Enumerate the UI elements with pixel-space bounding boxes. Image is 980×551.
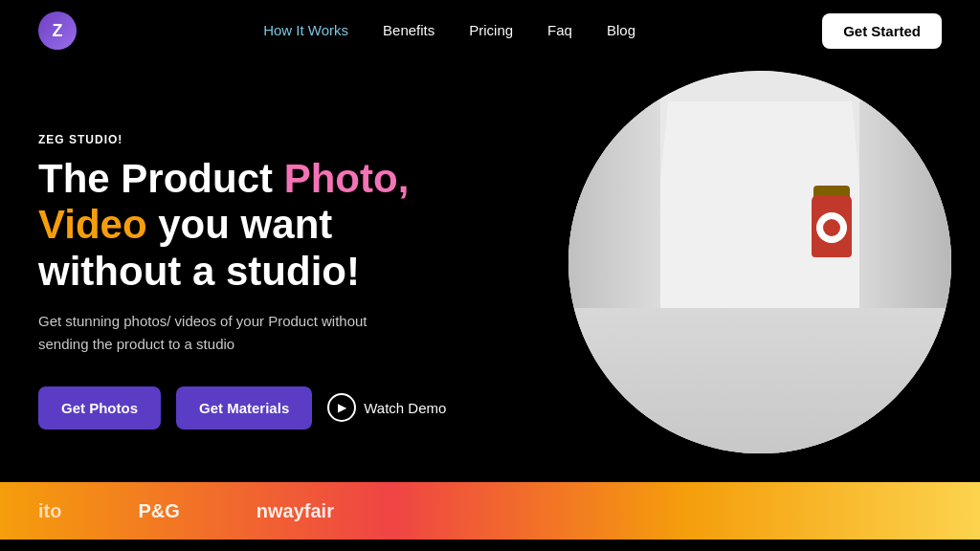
nav-link-faq[interactable]: Faq (547, 22, 572, 38)
product-label-inner (823, 219, 840, 236)
studio-room (568, 71, 951, 453)
nav-link-blog[interactable]: Blog (607, 22, 635, 38)
studio-circle (568, 71, 951, 453)
right-wall (859, 101, 951, 339)
nav-link-benefits[interactable]: Benefits (383, 22, 434, 38)
nav-item-how-it-works[interactable]: How It Works (263, 22, 348, 39)
nav-item-benefits[interactable]: Benefits (383, 22, 434, 39)
brand-2: P&G (138, 500, 179, 522)
get-materials-button[interactable]: Get Materials (176, 386, 312, 430)
nav-links: How It Works Benefits Pricing Faq Blog (263, 22, 635, 39)
navbar: Z How It Works Benefits Pricing Faq Blog… (0, 0, 980, 61)
headline-part1: The Product (38, 156, 284, 201)
brand-strip: ito P&G nwayfair (0, 482, 980, 540)
nav-item-pricing[interactable]: Pricing (469, 22, 513, 39)
headline-part4: without a studio! (38, 249, 360, 294)
nav-item-blog[interactable]: Blog (607, 22, 635, 39)
product-body (812, 195, 852, 257)
studio-floor (568, 308, 951, 453)
nav-item-faq[interactable]: Faq (547, 22, 572, 39)
watch-demo-label: Watch Demo (364, 400, 446, 416)
logo[interactable]: Z (38, 11, 77, 50)
cta-row: Get Photos Get Materials ▶ Watch Demo (38, 386, 446, 430)
product-label (816, 212, 847, 243)
headline-part3: you want (147, 202, 333, 247)
brand-3: nwayfair (256, 500, 334, 522)
nav-link-how-it-works[interactable]: How It Works (263, 22, 348, 38)
hero-image (568, 71, 951, 453)
headline-pink: Photo, (284, 156, 410, 201)
logo-icon: Z (38, 11, 77, 50)
nav-link-pricing[interactable]: Pricing (469, 22, 513, 38)
hero-headline: The Product Photo, Video you want withou… (38, 156, 446, 295)
hero-badge: ZEG STUDIO! (38, 133, 446, 146)
play-icon: ▶ (327, 393, 356, 422)
left-wall (568, 101, 660, 339)
hero-content: ZEG STUDIO! The Product Photo, Video you… (38, 133, 446, 430)
logo-letter: Z (53, 21, 63, 41)
brand-1: ito (38, 500, 61, 522)
get-started-button[interactable]: Get Started (822, 13, 942, 49)
hero-section: ZEG STUDIO! The Product Photo, Video you… (0, 61, 980, 482)
get-photos-button[interactable]: Get Photos (38, 386, 161, 430)
headline-orange: Video (38, 202, 147, 247)
product-item (812, 186, 852, 272)
watch-demo-button[interactable]: ▶ Watch Demo (327, 393, 446, 422)
hero-subtext: Get stunning photos/ videos of your Prod… (38, 310, 392, 356)
